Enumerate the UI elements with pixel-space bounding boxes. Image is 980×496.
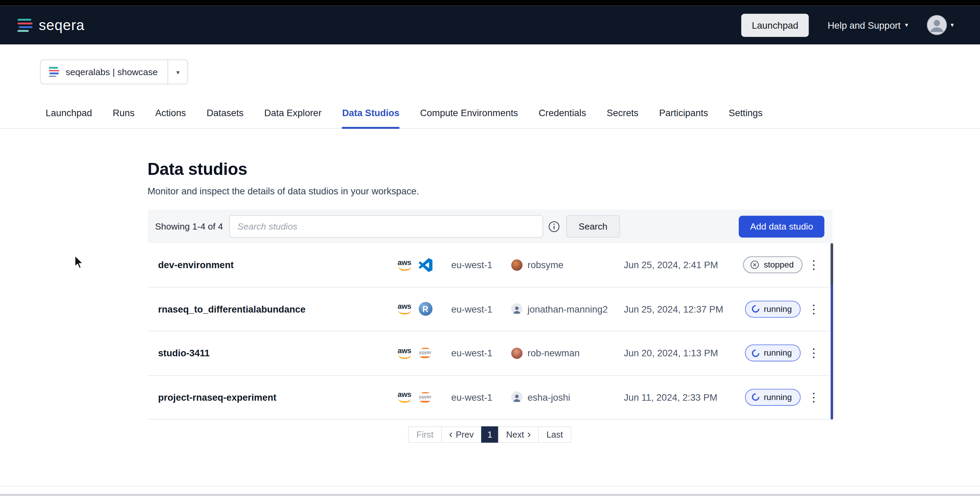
tab-secrets[interactable]: Secrets: [607, 108, 638, 128]
studios-toolbar: Showing 1-4 of 4 Search Add data studio: [148, 209, 832, 243]
pagination-first[interactable]: First: [408, 426, 442, 443]
scrollbar-thumb[interactable]: [831, 243, 833, 419]
status-badge: running: [745, 344, 801, 361]
tab-compute-environments[interactable]: Compute Environments: [420, 108, 518, 128]
bottom-edge: [0, 494, 980, 496]
mouse-cursor: [75, 255, 85, 273]
status-badge: running: [745, 389, 801, 405]
studio-row[interactable]: rnaseq_to_differentialabundance aws R eu…: [148, 287, 832, 331]
search-button[interactable]: Search: [566, 215, 620, 238]
status-badge: stopped: [743, 257, 802, 273]
page-title: Data studios: [148, 160, 832, 180]
created-date: Jun 20, 2024, 1:13 PM: [624, 348, 740, 358]
pagination-last[interactable]: Last: [538, 426, 571, 443]
workspace-dropdown-button[interactable]: ▾: [168, 60, 188, 84]
username: esha-joshi: [528, 392, 570, 402]
seqera-logo-icon: [18, 18, 32, 32]
launchpad-button[interactable]: Launchpad: [741, 13, 809, 37]
region: eu-west-1: [452, 304, 512, 314]
aws-icon: aws: [396, 348, 412, 359]
row-menu-button[interactable]: ⋮: [805, 347, 822, 359]
pagination-prev[interactable]: ‹Prev: [441, 426, 482, 443]
tab-data-explorer[interactable]: Data Explorer: [264, 108, 322, 128]
pagination-page-1[interactable]: 1: [481, 426, 498, 443]
pagination-next[interactable]: Next›: [498, 426, 539, 443]
username: rob-newman: [528, 348, 580, 358]
top-navbar: seqera Launchpad Help and Support ▾ ▾: [0, 5, 980, 44]
page-subtitle: Monitor and inspect the details of data …: [148, 186, 832, 196]
user-avatar: [511, 391, 522, 403]
tab-data-studios[interactable]: Data Studios: [342, 108, 399, 129]
info-icon[interactable]: [548, 220, 560, 232]
user-avatar: [511, 303, 522, 314]
region: eu-west-1: [452, 260, 512, 270]
aws-icon: aws: [396, 259, 412, 271]
studio-name[interactable]: studio-3411: [158, 348, 396, 358]
studio-row[interactable]: studio-3411 aws jupyter eu-west-1 rob-ne…: [148, 331, 832, 375]
tab-participants[interactable]: Participants: [659, 108, 708, 128]
showing-count: Showing 1-4 of 4: [155, 222, 223, 231]
created-date: Jun 11, 2024, 2:33 PM: [624, 392, 740, 402]
workspace-label: seqeralabs | showcase: [65, 67, 158, 77]
region: eu-west-1: [452, 392, 512, 402]
workspace-selector[interactable]: seqeralabs | showcase ▾: [40, 59, 188, 85]
chevron-down-icon: ▾: [951, 22, 954, 28]
vscode-icon: [418, 258, 433, 272]
chevron-down-icon: ▾: [905, 22, 908, 28]
spinner-icon: [750, 392, 761, 402]
tab-runs[interactable]: Runs: [113, 108, 135, 128]
stopped-icon: [750, 260, 759, 270]
spinner-icon: [750, 304, 761, 314]
username: jonathan-manning2: [528, 304, 608, 314]
jupyter-icon: jupyter: [418, 390, 433, 405]
created-date: Jun 25, 2024, 12:37 PM: [624, 304, 740, 314]
rstudio-icon: R: [418, 302, 433, 316]
help-and-support-label: Help and Support: [828, 20, 901, 30]
user-avatar: [511, 259, 522, 271]
avatar: [927, 15, 947, 35]
tab-credentials[interactable]: Credentials: [538, 108, 586, 128]
username: robsyme: [528, 260, 563, 270]
region: eu-west-1: [452, 348, 512, 358]
tab-actions[interactable]: Actions: [155, 108, 186, 128]
brand-name: seqera: [38, 17, 84, 33]
seqera-logo[interactable]: seqera: [18, 17, 84, 33]
window-chrome: [0, 0, 980, 5]
aws-icon: aws: [396, 303, 412, 314]
seqera-mark-icon: [49, 67, 59, 77]
spinner-icon: [750, 348, 761, 358]
add-data-studio-button[interactable]: Add data studio: [739, 215, 824, 238]
status-label: running: [764, 392, 792, 402]
row-menu-button[interactable]: ⋮: [805, 303, 822, 315]
row-menu-button[interactable]: ⋮: [805, 259, 822, 271]
row-menu-button[interactable]: ⋮: [805, 391, 822, 403]
studio-row[interactable]: dev-environment aws eu-west-1 robsyme Ju…: [148, 243, 832, 287]
chevron-left-icon: ‹: [449, 430, 452, 439]
pagination: First ‹Prev 1 Next› Last: [409, 426, 571, 443]
jupyter-icon: jupyter: [418, 346, 433, 360]
created-date: Jun 25, 2024, 2:41 PM: [624, 260, 740, 270]
help-and-support-menu[interactable]: Help and Support ▾: [828, 20, 908, 30]
status-label: running: [764, 305, 792, 314]
user-menu[interactable]: ▾: [927, 15, 954, 35]
user-avatar: [511, 348, 522, 359]
workspace-tabs: Launchpad Runs Actions Datasets Data Exp…: [0, 102, 980, 129]
status-label: running: [764, 348, 792, 358]
status-label: stopped: [764, 260, 794, 270]
tab-launchpad[interactable]: Launchpad: [46, 108, 92, 128]
search-input[interactable]: [229, 215, 543, 238]
studio-name[interactable]: rnaseq_to_differentialabundance: [158, 304, 396, 314]
status-badge: running: [745, 301, 801, 317]
aws-icon: aws: [396, 391, 412, 403]
studio-row[interactable]: project-rnaseq-experiment aws jupyter eu…: [148, 375, 832, 419]
tab-settings[interactable]: Settings: [729, 108, 762, 128]
studios-table: dev-environment aws eu-west-1 robsyme Ju…: [148, 243, 832, 419]
studio-name[interactable]: project-rnaseq-experiment: [158, 392, 396, 402]
tab-datasets[interactable]: Datasets: [207, 108, 243, 128]
chevron-right-icon: ›: [527, 430, 531, 439]
studio-name[interactable]: dev-environment: [158, 260, 396, 270]
